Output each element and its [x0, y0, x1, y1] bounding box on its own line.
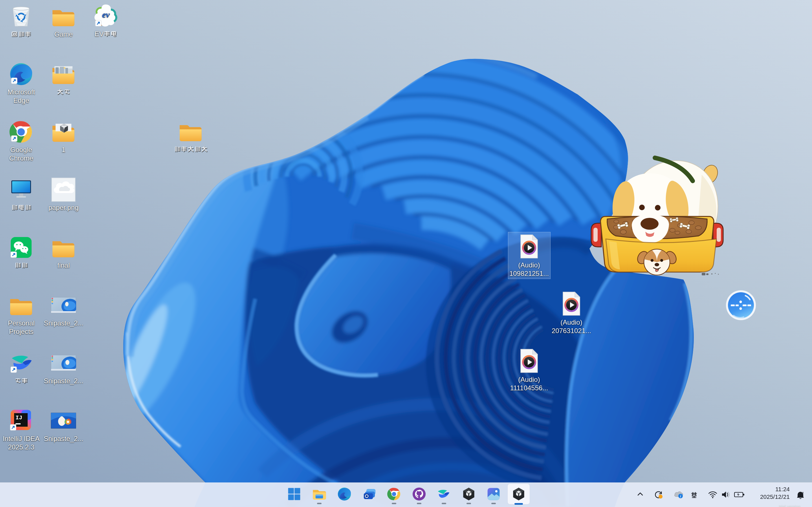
svg-text:z: z: [802, 491, 804, 494]
svg-text:ev: ev: [102, 10, 110, 19]
svg-text:IJ: IJ: [15, 414, 22, 421]
